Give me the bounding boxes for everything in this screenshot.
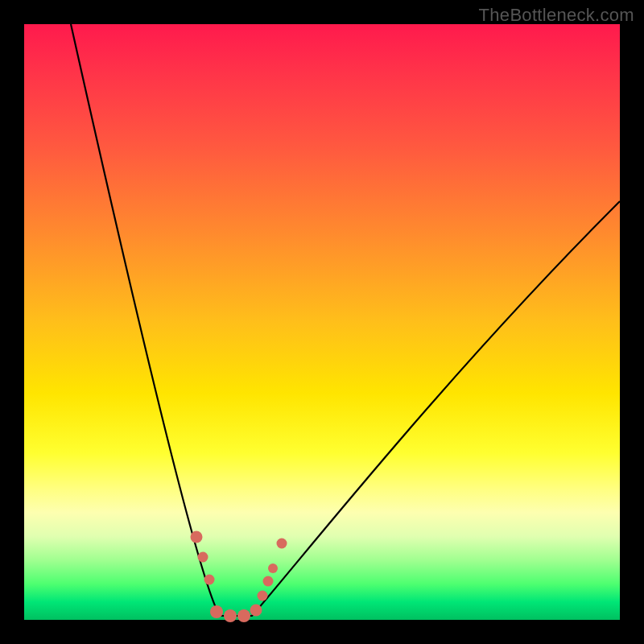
data-marker <box>198 552 208 563</box>
chart-frame: TheBottleneck.com <box>0 0 644 644</box>
data-marker <box>237 609 250 622</box>
watermark-text: TheBottleneck.com <box>479 5 634 26</box>
curve-layer <box>24 24 620 620</box>
data-marker <box>204 575 215 585</box>
data-marker <box>268 564 278 573</box>
bottleneck-curve <box>71 24 620 616</box>
data-marker <box>258 591 268 601</box>
plot-area <box>24 24 620 620</box>
data-marker <box>277 539 287 549</box>
data-marker <box>224 609 237 622</box>
data-marker <box>250 605 262 617</box>
data-marker <box>210 605 223 618</box>
data-marker <box>263 576 274 587</box>
data-marker <box>191 531 203 543</box>
